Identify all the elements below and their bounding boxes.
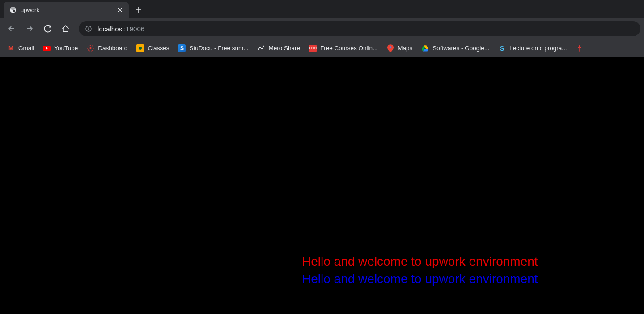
url-port: :19006: [124, 25, 144, 33]
bookmark-label: Mero Share: [268, 45, 300, 52]
url-host: localhost: [97, 25, 124, 33]
url-text: localhost:19006: [97, 25, 144, 33]
bookmark-maps[interactable]: Maps: [383, 42, 416, 55]
welcome-text-red: Hello and welcome to upwork environment: [302, 254, 538, 269]
browser-tab[interactable]: upwork: [4, 2, 129, 18]
site-info-icon[interactable]: [85, 25, 92, 32]
bookmark-label: Classes: [148, 45, 169, 52]
bookmark-label: Dashboard: [98, 45, 127, 52]
close-tab-icon[interactable]: [116, 6, 123, 13]
studocu-icon: S: [178, 44, 186, 52]
svg-point-1: [13, 10, 15, 12]
meroshare-icon: [257, 44, 265, 52]
bookmark-classes[interactable]: Classes: [133, 42, 173, 55]
bookmark-label: Lecture on c progra...: [509, 45, 567, 52]
address-bar[interactable]: localhost:19006: [79, 21, 640, 36]
tab-title: upwork: [21, 7, 113, 13]
bookmark-fco[interactable]: FCO Free Courses Onlin...: [305, 42, 381, 55]
bookmark-label: Gmail: [18, 45, 34, 52]
classes-icon: [136, 44, 144, 52]
svg-point-0: [10, 7, 16, 13]
youtube-icon: [43, 44, 51, 52]
forward-button[interactable]: [21, 21, 38, 37]
page-content: Hello and welcome to upwork environment …: [0, 57, 644, 314]
tab-favicon-icon: [9, 6, 17, 14]
bookmark-label: Maps: [398, 45, 412, 52]
fco-icon: FCO: [309, 44, 317, 52]
welcome-text-blue: Hello and welcome to upwork environment: [302, 272, 538, 286]
bookmark-truncated[interactable]: [572, 42, 587, 55]
bookmarks-bar: M Gmail YouTube Dashboard Classes S StuD…: [0, 39, 644, 57]
gmail-icon: M: [7, 44, 15, 52]
bookmark-label: Free Courses Onlin...: [320, 45, 377, 52]
drive-icon: [421, 44, 429, 52]
bookmark-label: StuDocu - Free sum...: [189, 45, 248, 52]
tab-bar: upwork: [0, 0, 644, 18]
bookmark-gmail[interactable]: M Gmail: [4, 42, 38, 55]
home-button[interactable]: [57, 21, 73, 37]
bookmark-label: Softwares - Google...: [432, 45, 489, 52]
bookmark-label: YouTube: [54, 45, 78, 52]
bookmark-youtube[interactable]: YouTube: [39, 42, 81, 55]
bookmark-meroshare[interactable]: Mero Share: [254, 42, 304, 55]
maps-icon: [386, 44, 394, 52]
svg-point-6: [389, 46, 391, 48]
check-icon: [576, 44, 583, 52]
bookmark-softwares[interactable]: Softwares - Google...: [418, 42, 493, 55]
browser-toolbar: localhost:19006: [0, 18, 644, 39]
lecture-icon: S: [498, 44, 506, 52]
dashboard-icon: [87, 44, 94, 52]
new-tab-button[interactable]: [132, 4, 145, 16]
back-button[interactable]: [4, 21, 20, 37]
reload-button[interactable]: [39, 21, 55, 37]
bookmark-dashboard[interactable]: Dashboard: [83, 42, 131, 55]
bookmark-studocu[interactable]: S StuDocu - Free sum...: [174, 42, 252, 55]
bookmark-lecture[interactable]: S Lecture on c progra...: [495, 42, 570, 55]
svg-point-5: [263, 46, 264, 47]
svg-point-4: [90, 47, 92, 49]
